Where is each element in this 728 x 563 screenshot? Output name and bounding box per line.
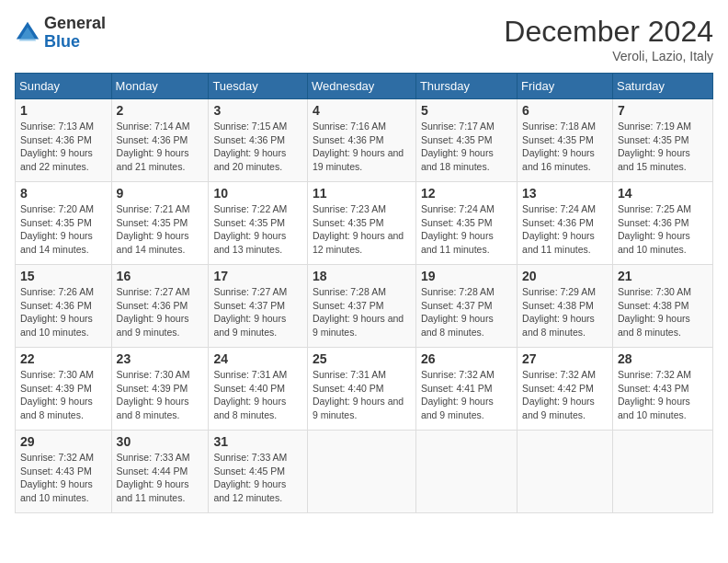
day-number: 19 — [421, 269, 512, 283]
table-row: 31 Sunrise: 7:33 AM Sunset: 4:45 PM Dayl… — [209, 431, 308, 513]
header-wednesday: Wednesday — [307, 74, 415, 99]
calendar-week-row: 29 Sunrise: 7:32 AM Sunset: 4:43 PM Dayl… — [16, 431, 713, 513]
table-row: 26 Sunrise: 7:32 AM Sunset: 4:41 PM Dayl… — [415, 348, 517, 431]
calendar-week-row: 1 Sunrise: 7:13 AM Sunset: 4:36 PM Dayli… — [16, 99, 713, 182]
calendar-week-row: 22 Sunrise: 7:30 AM Sunset: 4:39 PM Dayl… — [16, 348, 713, 431]
day-number: 26 — [421, 351, 512, 366]
table-row: 14 Sunrise: 7:25 AM Sunset: 4:36 PM Dayl… — [612, 182, 712, 265]
table-row: 22 Sunrise: 7:30 AM Sunset: 4:39 PM Dayl… — [16, 348, 112, 431]
table-row: 21 Sunrise: 7:30 AM Sunset: 4:38 PM Dayl… — [612, 265, 712, 348]
table-row: 15 Sunrise: 7:26 AM Sunset: 4:36 PM Dayl… — [16, 265, 112, 348]
day-info: Sunrise: 7:27 AM Sunset: 4:37 PM Dayligh… — [213, 285, 302, 339]
day-info: Sunrise: 7:19 AM Sunset: 4:35 PM Dayligh… — [618, 120, 708, 174]
table-row: 5 Sunrise: 7:17 AM Sunset: 4:35 PM Dayli… — [415, 99, 517, 182]
logo-general: General — [44, 14, 106, 32]
table-row: 11 Sunrise: 7:23 AM Sunset: 4:35 PM Dayl… — [307, 182, 415, 265]
day-info: Sunrise: 7:14 AM Sunset: 4:36 PM Dayligh… — [117, 120, 204, 174]
day-info: Sunrise: 7:27 AM Sunset: 4:36 PM Dayligh… — [117, 285, 204, 339]
month-title: December 2024 — [504, 15, 713, 49]
day-info: Sunrise: 7:17 AM Sunset: 4:35 PM Dayligh… — [421, 120, 512, 174]
day-info: Sunrise: 7:24 AM Sunset: 4:36 PM Dayligh… — [522, 202, 608, 257]
calendar-table: Sunday Monday Tuesday Wednesday Thursday… — [15, 73, 713, 513]
day-info: Sunrise: 7:18 AM Sunset: 4:35 PM Dayligh… — [522, 120, 608, 174]
header-tuesday: Tuesday — [209, 74, 308, 99]
table-row: 2 Sunrise: 7:14 AM Sunset: 4:36 PM Dayli… — [111, 99, 209, 182]
table-row: 18 Sunrise: 7:28 AM Sunset: 4:37 PM Dayl… — [307, 265, 415, 348]
day-info: Sunrise: 7:30 AM Sunset: 4:39 PM Dayligh… — [20, 368, 107, 422]
day-info: Sunrise: 7:26 AM Sunset: 4:36 PM Dayligh… — [20, 285, 107, 339]
table-row: 30 Sunrise: 7:33 AM Sunset: 4:44 PM Dayl… — [111, 431, 209, 513]
day-number: 10 — [213, 186, 302, 201]
table-row: 16 Sunrise: 7:27 AM Sunset: 4:36 PM Dayl… — [111, 265, 209, 348]
table-row: 17 Sunrise: 7:27 AM Sunset: 4:37 PM Dayl… — [209, 265, 308, 348]
day-info: Sunrise: 7:32 AM Sunset: 4:43 PM Dayligh… — [20, 451, 107, 505]
table-row: 29 Sunrise: 7:32 AM Sunset: 4:43 PM Dayl… — [16, 431, 112, 513]
day-info: Sunrise: 7:28 AM Sunset: 4:37 PM Dayligh… — [421, 285, 512, 339]
table-row: 12 Sunrise: 7:24 AM Sunset: 4:35 PM Dayl… — [415, 182, 517, 265]
day-number: 17 — [213, 269, 302, 283]
day-number: 16 — [117, 269, 204, 283]
table-row: 23 Sunrise: 7:30 AM Sunset: 4:39 PM Dayl… — [111, 348, 209, 431]
calendar-week-row: 8 Sunrise: 7:20 AM Sunset: 4:35 PM Dayli… — [16, 182, 713, 265]
day-number: 29 — [20, 434, 107, 449]
day-info: Sunrise: 7:31 AM Sunset: 4:40 PM Dayligh… — [213, 368, 302, 422]
table-row — [518, 431, 613, 513]
day-number: 1 — [20, 103, 107, 118]
day-number: 2 — [117, 103, 204, 118]
table-row: 6 Sunrise: 7:18 AM Sunset: 4:35 PM Dayli… — [518, 99, 613, 182]
table-row: 8 Sunrise: 7:20 AM Sunset: 4:35 PM Dayli… — [16, 182, 112, 265]
day-info: Sunrise: 7:15 AM Sunset: 4:36 PM Dayligh… — [213, 120, 302, 174]
table-row — [307, 431, 415, 513]
day-number: 9 — [117, 186, 204, 201]
day-number: 8 — [20, 186, 107, 201]
table-row: 25 Sunrise: 7:31 AM Sunset: 4:40 PM Dayl… — [307, 348, 415, 431]
day-number: 13 — [522, 186, 608, 201]
header-saturday: Saturday — [612, 74, 712, 99]
table-row: 28 Sunrise: 7:32 AM Sunset: 4:43 PM Dayl… — [612, 348, 712, 431]
day-number: 30 — [117, 434, 204, 449]
day-number: 25 — [313, 351, 411, 366]
day-info: Sunrise: 7:32 AM Sunset: 4:42 PM Dayligh… — [522, 368, 608, 422]
location-title: Veroli, Lazio, Italy — [504, 49, 713, 63]
table-row: 9 Sunrise: 7:21 AM Sunset: 4:35 PM Dayli… — [111, 182, 209, 265]
day-number: 5 — [421, 103, 512, 118]
table-row: 19 Sunrise: 7:28 AM Sunset: 4:37 PM Dayl… — [415, 265, 517, 348]
day-info: Sunrise: 7:23 AM Sunset: 4:35 PM Dayligh… — [313, 202, 411, 257]
title-block: December 2024 Veroli, Lazio, Italy — [504, 15, 713, 63]
day-info: Sunrise: 7:31 AM Sunset: 4:40 PM Dayligh… — [313, 368, 411, 422]
day-number: 23 — [117, 351, 204, 366]
day-info: Sunrise: 7:30 AM Sunset: 4:38 PM Dayligh… — [618, 285, 708, 339]
page-header: General Blue December 2024 Veroli, Lazio… — [15, 15, 713, 63]
day-info: Sunrise: 7:33 AM Sunset: 4:44 PM Dayligh… — [117, 451, 204, 505]
day-info: Sunrise: 7:30 AM Sunset: 4:39 PM Dayligh… — [117, 368, 204, 422]
day-info: Sunrise: 7:16 AM Sunset: 4:36 PM Dayligh… — [313, 120, 411, 174]
table-row: 1 Sunrise: 7:13 AM Sunset: 4:36 PM Dayli… — [16, 99, 112, 182]
day-info: Sunrise: 7:28 AM Sunset: 4:37 PM Dayligh… — [313, 285, 411, 339]
day-info: Sunrise: 7:24 AM Sunset: 4:35 PM Dayligh… — [421, 202, 512, 257]
day-number: 14 — [618, 186, 708, 201]
header-sunday: Sunday — [16, 74, 112, 99]
day-info: Sunrise: 7:32 AM Sunset: 4:43 PM Dayligh… — [618, 368, 708, 422]
day-number: 21 — [618, 269, 708, 283]
day-info: Sunrise: 7:22 AM Sunset: 4:35 PM Dayligh… — [213, 202, 302, 257]
logo-blue: Blue — [44, 32, 80, 51]
header-friday: Friday — [518, 74, 613, 99]
table-row: 20 Sunrise: 7:29 AM Sunset: 4:38 PM Dayl… — [518, 265, 613, 348]
day-info: Sunrise: 7:13 AM Sunset: 4:36 PM Dayligh… — [20, 120, 107, 174]
table-row: 24 Sunrise: 7:31 AM Sunset: 4:40 PM Dayl… — [209, 348, 308, 431]
day-number: 6 — [522, 103, 608, 118]
day-number: 15 — [20, 269, 107, 283]
day-info: Sunrise: 7:32 AM Sunset: 4:41 PM Dayligh… — [421, 368, 512, 422]
day-info: Sunrise: 7:33 AM Sunset: 4:45 PM Dayligh… — [213, 451, 302, 505]
weekday-header-row: Sunday Monday Tuesday Wednesday Thursday… — [16, 74, 713, 99]
day-number: 28 — [618, 351, 708, 366]
day-number: 31 — [213, 434, 302, 449]
day-number: 3 — [213, 103, 302, 118]
logo: General Blue — [15, 15, 106, 52]
day-number: 27 — [522, 351, 608, 366]
table-row: 3 Sunrise: 7:15 AM Sunset: 4:36 PM Dayli… — [209, 99, 308, 182]
header-monday: Monday — [111, 74, 209, 99]
table-row — [415, 431, 517, 513]
day-number: 22 — [20, 351, 107, 366]
day-number: 7 — [618, 103, 708, 118]
